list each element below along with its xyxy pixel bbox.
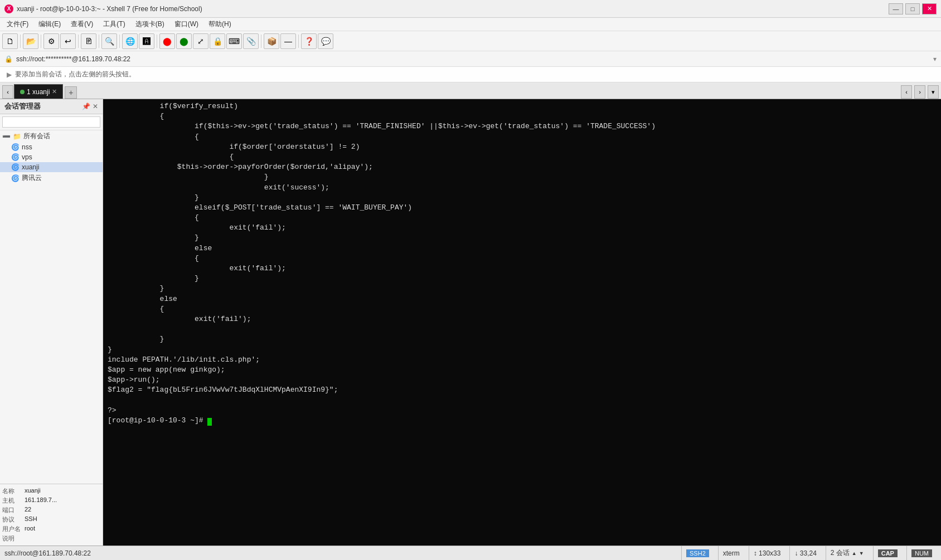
tab-add-button[interactable]: +	[65, 86, 77, 99]
toolbar-btn-6[interactable]: 🌐	[122, 33, 138, 49]
tree-root-label: 所有会话	[23, 132, 50, 141]
terminal-cursor	[207, 418, 212, 426]
terminal-line	[108, 395, 937, 405]
tree-root-item[interactable]: ➖ 📁 所有会话	[0, 130, 103, 142]
prop-row-protocol: 协议 SSH	[2, 515, 100, 524]
prop-val-protocol: SSH	[25, 515, 37, 524]
tree-item-xuanji[interactable]: 🌀 xuanji	[0, 162, 103, 172]
address-text: ssh://root:**********@161.189.70.48:22	[16, 55, 930, 63]
tree-item-xuanji-label: xuanji	[22, 163, 39, 171]
toolbar-sep-2	[41, 35, 41, 48]
toolbar-sep-8	[298, 35, 299, 48]
toolbar-btn-10[interactable]: 📎	[243, 33, 259, 49]
terminal-line: $this->order->payforOrder($orderid,'alip…	[108, 162, 937, 172]
open-button[interactable]: 📂	[23, 33, 38, 49]
statusbar-cap-segment: CAP	[873, 546, 902, 560]
prop-val-name: xuanji	[25, 487, 41, 495]
terminal-line: {	[108, 111, 937, 121]
close-button[interactable]: ✕	[922, 3, 937, 14]
tree-item-vps-label: vps	[22, 153, 32, 161]
menubar-item-T[interactable]: 工具(T)	[99, 18, 129, 30]
sidebar-pin-icon[interactable]: 📌	[82, 103, 90, 110]
tab-nav-prev-button[interactable]: ‹	[901, 85, 912, 99]
toolbar-btn-3[interactable]: ⚙	[43, 33, 59, 49]
search-button[interactable]: 🔍	[101, 33, 117, 49]
folder-icon: 📁	[13, 133, 21, 140]
sessions-up-icon[interactable]: ▲	[852, 551, 857, 556]
menubar-item-V[interactable]: 查看(V)	[66, 18, 98, 30]
terminal-line: {	[108, 254, 937, 264]
tab-area: ‹ 1 xuanji ✕ + ‹ › ▾	[0, 82, 941, 99]
terminal-line: }	[108, 334, 937, 344]
tab-menu-button[interactable]: ▾	[928, 85, 939, 99]
lock-button[interactable]: 🔒	[210, 33, 225, 49]
toolbar: 🗋 📂 ⚙ ↩ 🖹 🔍 🌐 🅰 ⬤ ⬤ ⤢ 🔒 ⌨ 📎 📦 — ❓ 💬	[0, 31, 941, 51]
tree-item-vps[interactable]: 🌀 vps	[0, 152, 103, 162]
tab-nav-next-button[interactable]: ›	[914, 85, 925, 99]
toolbar-btn-7[interactable]: 🅰	[139, 33, 154, 49]
cap-badge: CAP	[878, 549, 898, 557]
menubar-item-F[interactable]: 文件(F)	[2, 18, 33, 30]
address-dropdown-icon[interactable]: ▾	[933, 55, 937, 63]
help-button[interactable]: ❓	[301, 33, 317, 49]
sessions-label: 2 会话	[831, 548, 850, 558]
prop-val-username: root	[25, 525, 35, 533]
window-title: xuanji - root@ip-10-0-10-3:~ - Xshell 7 …	[17, 5, 889, 13]
tree-item-tencentcloud[interactable]: 🌀 腾讯云	[0, 172, 103, 184]
toolbar-btn-12[interactable]: —	[280, 33, 296, 49]
toolbar-sep-3	[78, 35, 79, 48]
toolbar-btn-8[interactable]: ⬤	[176, 33, 192, 49]
menubar-item-H[interactable]: 帮助(H)	[204, 18, 236, 30]
sidebar-search-input[interactable]	[2, 116, 100, 128]
menubar-item-W[interactable]: 窗口(W)	[170, 18, 203, 30]
toolbar-btn-13[interactable]: 💬	[318, 33, 333, 49]
keyboard-button[interactable]: ⌨	[226, 33, 242, 49]
terminal-line: $app = new app(new ginkgo);	[108, 365, 937, 375]
prop-row-note: 说明	[2, 534, 100, 543]
tree-item-nss-label: nss	[22, 143, 32, 151]
terminal-prompt: [root@ip-10-0-10-3 ~]#	[108, 416, 207, 425]
terminal-line: else	[108, 244, 937, 254]
terminal-prompt-line: [root@ip-10-0-10-3 ~]#	[108, 416, 937, 426]
statusbar-ssh-segment: SSH2	[681, 546, 714, 560]
tab-xuanji[interactable]: 1 xuanji ✕	[14, 84, 63, 99]
toolbar-btn-5[interactable]: 🖹	[81, 33, 96, 49]
tab-area-right: ‹ › ▾	[901, 85, 939, 99]
stop-button[interactable]: ⬤	[159, 33, 175, 49]
toolbar-btn-4[interactable]: ↩	[60, 33, 76, 49]
tab-close-button[interactable]: ✕	[52, 88, 57, 95]
prop-key-protocol: 协议	[2, 515, 25, 524]
statusbar-term-segment: xterm	[718, 546, 744, 560]
terminal[interactable]: if($verify_result) { if($this->ev->get('…	[103, 99, 941, 546]
minimize-button[interactable]: —	[889, 3, 903, 14]
new-session-button[interactable]: 🗋	[2, 33, 18, 49]
tree-item-tencentcloud-label: 腾讯云	[22, 173, 42, 183]
notif-text: 要添加当前会话，点击左侧的箭头按钮。	[15, 70, 135, 79]
titlebar: X xuanji - root@ip-10-0-10-3:~ - Xshell …	[0, 0, 941, 18]
menubar-item-B[interactable]: 选项卡(B)	[131, 18, 169, 30]
sidebar-icons: 📌 ✕	[82, 103, 98, 110]
toolbar-btn-9[interactable]: ⤢	[193, 33, 208, 49]
tree-item-nss[interactable]: 🌀 nss	[0, 142, 103, 152]
statusbar: ssh://root@161.189.70.48:22 SSH2 xterm ↕…	[0, 546, 941, 560]
terminal-line: }	[108, 233, 937, 243]
toolbar-btn-11[interactable]: 📦	[264, 33, 279, 49]
terminal-line: elseif($_POST['trade_status'] == 'WAIT_B…	[108, 203, 937, 213]
sidebar-close-icon[interactable]: ✕	[93, 103, 98, 110]
sidebar-spacer	[0, 184, 103, 484]
tab-nav-left-button[interactable]: ‹	[2, 85, 13, 99]
prop-val-host: 161.189.7...	[25, 496, 57, 505]
size-label: ↕ 130x33	[754, 549, 781, 557]
maximize-button[interactable]: □	[905, 3, 920, 14]
terminal-line: if($order['orderstatus'] != 2)	[108, 142, 937, 152]
toolbar-sep-7	[261, 35, 261, 48]
terminal-line	[108, 324, 937, 334]
prop-row-username: 用户名 root	[2, 524, 100, 534]
expand-icon: ➖	[2, 133, 11, 140]
terminal-line: exit('fail');	[108, 314, 937, 324]
menubar-item-E[interactable]: 编辑(E)	[34, 18, 65, 30]
sessions-down-icon[interactable]: ▼	[859, 551, 864, 556]
statusbar-position-segment: ↓ 33,24	[789, 546, 821, 560]
xuanji-icon: 🌀	[11, 163, 20, 171]
notif-arrow-icon: ▶	[7, 71, 12, 79]
